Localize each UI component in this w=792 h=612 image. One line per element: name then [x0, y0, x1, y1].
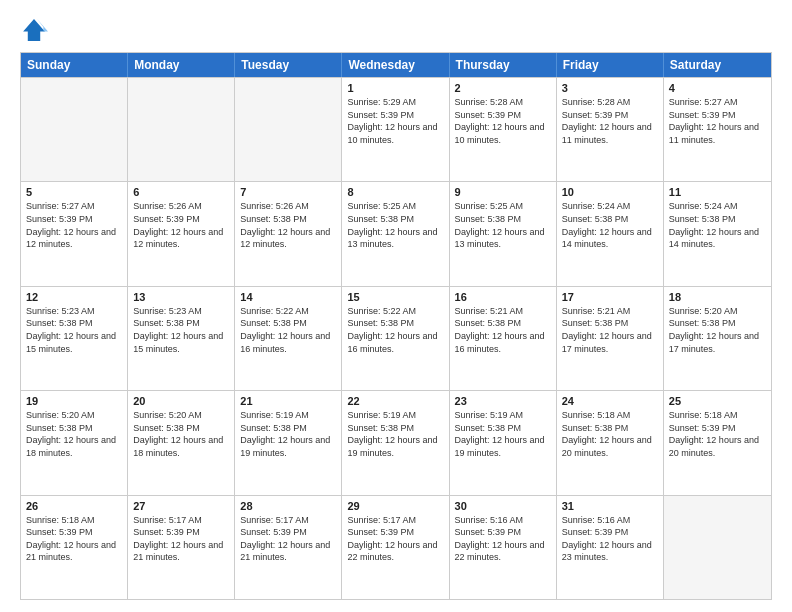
- calendar-week-4: 19Sunrise: 5:20 AM Sunset: 5:38 PM Dayli…: [21, 390, 771, 494]
- day-info: Sunrise: 5:22 AM Sunset: 5:38 PM Dayligh…: [347, 305, 443, 355]
- day-number: 26: [26, 500, 122, 512]
- calendar-cell: 2Sunrise: 5:28 AM Sunset: 5:39 PM Daylig…: [450, 78, 557, 181]
- calendar-cell: 7Sunrise: 5:26 AM Sunset: 5:38 PM Daylig…: [235, 182, 342, 285]
- day-info: Sunrise: 5:17 AM Sunset: 5:39 PM Dayligh…: [133, 514, 229, 564]
- header: [20, 16, 772, 44]
- day-number: 8: [347, 186, 443, 198]
- calendar-cell: 28Sunrise: 5:17 AM Sunset: 5:39 PM Dayli…: [235, 496, 342, 599]
- calendar-cell: 19Sunrise: 5:20 AM Sunset: 5:38 PM Dayli…: [21, 391, 128, 494]
- day-info: Sunrise: 5:16 AM Sunset: 5:39 PM Dayligh…: [455, 514, 551, 564]
- day-number: 27: [133, 500, 229, 512]
- day-number: 17: [562, 291, 658, 303]
- day-info: Sunrise: 5:18 AM Sunset: 5:39 PM Dayligh…: [669, 409, 766, 459]
- day-info: Sunrise: 5:18 AM Sunset: 5:38 PM Dayligh…: [562, 409, 658, 459]
- day-info: Sunrise: 5:26 AM Sunset: 5:38 PM Dayligh…: [240, 200, 336, 250]
- calendar-cell: 26Sunrise: 5:18 AM Sunset: 5:39 PM Dayli…: [21, 496, 128, 599]
- day-info: Sunrise: 5:16 AM Sunset: 5:39 PM Dayligh…: [562, 514, 658, 564]
- day-number: 9: [455, 186, 551, 198]
- day-info: Sunrise: 5:28 AM Sunset: 5:39 PM Dayligh…: [562, 96, 658, 146]
- day-number: 7: [240, 186, 336, 198]
- day-info: Sunrise: 5:25 AM Sunset: 5:38 PM Dayligh…: [455, 200, 551, 250]
- day-number: 1: [347, 82, 443, 94]
- calendar-cell: 24Sunrise: 5:18 AM Sunset: 5:38 PM Dayli…: [557, 391, 664, 494]
- day-number: 5: [26, 186, 122, 198]
- day-info: Sunrise: 5:27 AM Sunset: 5:39 PM Dayligh…: [26, 200, 122, 250]
- day-number: 16: [455, 291, 551, 303]
- day-info: Sunrise: 5:18 AM Sunset: 5:39 PM Dayligh…: [26, 514, 122, 564]
- calendar-cell: 6Sunrise: 5:26 AM Sunset: 5:39 PM Daylig…: [128, 182, 235, 285]
- calendar-cell: 11Sunrise: 5:24 AM Sunset: 5:38 PM Dayli…: [664, 182, 771, 285]
- calendar-body: 1Sunrise: 5:29 AM Sunset: 5:39 PM Daylig…: [21, 77, 771, 599]
- day-info: Sunrise: 5:17 AM Sunset: 5:39 PM Dayligh…: [347, 514, 443, 564]
- day-info: Sunrise: 5:20 AM Sunset: 5:38 PM Dayligh…: [133, 409, 229, 459]
- day-number: 4: [669, 82, 766, 94]
- calendar-cell: [128, 78, 235, 181]
- calendar-cell: 31Sunrise: 5:16 AM Sunset: 5:39 PM Dayli…: [557, 496, 664, 599]
- day-number: 10: [562, 186, 658, 198]
- page: SundayMondayTuesdayWednesdayThursdayFrid…: [0, 0, 792, 612]
- day-number: 23: [455, 395, 551, 407]
- day-number: 25: [669, 395, 766, 407]
- calendar-week-5: 26Sunrise: 5:18 AM Sunset: 5:39 PM Dayli…: [21, 495, 771, 599]
- calendar-cell: 3Sunrise: 5:28 AM Sunset: 5:39 PM Daylig…: [557, 78, 664, 181]
- day-number: 31: [562, 500, 658, 512]
- day-info: Sunrise: 5:29 AM Sunset: 5:39 PM Dayligh…: [347, 96, 443, 146]
- day-info: Sunrise: 5:21 AM Sunset: 5:38 PM Dayligh…: [562, 305, 658, 355]
- day-info: Sunrise: 5:28 AM Sunset: 5:39 PM Dayligh…: [455, 96, 551, 146]
- calendar-cell: 14Sunrise: 5:22 AM Sunset: 5:38 PM Dayli…: [235, 287, 342, 390]
- day-number: 11: [669, 186, 766, 198]
- day-number: 6: [133, 186, 229, 198]
- logo-icon: [20, 16, 48, 44]
- calendar-cell: 13Sunrise: 5:23 AM Sunset: 5:38 PM Dayli…: [128, 287, 235, 390]
- header-day-wednesday: Wednesday: [342, 53, 449, 77]
- day-info: Sunrise: 5:23 AM Sunset: 5:38 PM Dayligh…: [26, 305, 122, 355]
- header-day-tuesday: Tuesday: [235, 53, 342, 77]
- calendar-cell: 4Sunrise: 5:27 AM Sunset: 5:39 PM Daylig…: [664, 78, 771, 181]
- day-number: 2: [455, 82, 551, 94]
- day-number: 29: [347, 500, 443, 512]
- day-number: 3: [562, 82, 658, 94]
- calendar-cell: 10Sunrise: 5:24 AM Sunset: 5:38 PM Dayli…: [557, 182, 664, 285]
- day-info: Sunrise: 5:23 AM Sunset: 5:38 PM Dayligh…: [133, 305, 229, 355]
- day-info: Sunrise: 5:19 AM Sunset: 5:38 PM Dayligh…: [455, 409, 551, 459]
- calendar-week-1: 1Sunrise: 5:29 AM Sunset: 5:39 PM Daylig…: [21, 77, 771, 181]
- day-info: Sunrise: 5:26 AM Sunset: 5:39 PM Dayligh…: [133, 200, 229, 250]
- day-number: 13: [133, 291, 229, 303]
- calendar-cell: [664, 496, 771, 599]
- calendar-cell: 22Sunrise: 5:19 AM Sunset: 5:38 PM Dayli…: [342, 391, 449, 494]
- day-info: Sunrise: 5:17 AM Sunset: 5:39 PM Dayligh…: [240, 514, 336, 564]
- calendar-cell: 5Sunrise: 5:27 AM Sunset: 5:39 PM Daylig…: [21, 182, 128, 285]
- calendar-cell: 1Sunrise: 5:29 AM Sunset: 5:39 PM Daylig…: [342, 78, 449, 181]
- day-number: 15: [347, 291, 443, 303]
- day-info: Sunrise: 5:22 AM Sunset: 5:38 PM Dayligh…: [240, 305, 336, 355]
- calendar-cell: 17Sunrise: 5:21 AM Sunset: 5:38 PM Dayli…: [557, 287, 664, 390]
- header-day-saturday: Saturday: [664, 53, 771, 77]
- day-number: 18: [669, 291, 766, 303]
- day-number: 19: [26, 395, 122, 407]
- day-number: 21: [240, 395, 336, 407]
- calendar-week-2: 5Sunrise: 5:27 AM Sunset: 5:39 PM Daylig…: [21, 181, 771, 285]
- header-day-monday: Monday: [128, 53, 235, 77]
- day-info: Sunrise: 5:19 AM Sunset: 5:38 PM Dayligh…: [240, 409, 336, 459]
- day-number: 22: [347, 395, 443, 407]
- calendar-cell: 15Sunrise: 5:22 AM Sunset: 5:38 PM Dayli…: [342, 287, 449, 390]
- calendar-week-3: 12Sunrise: 5:23 AM Sunset: 5:38 PM Dayli…: [21, 286, 771, 390]
- calendar-cell: 20Sunrise: 5:20 AM Sunset: 5:38 PM Dayli…: [128, 391, 235, 494]
- day-info: Sunrise: 5:19 AM Sunset: 5:38 PM Dayligh…: [347, 409, 443, 459]
- day-number: 12: [26, 291, 122, 303]
- calendar-cell: [21, 78, 128, 181]
- calendar-cell: 16Sunrise: 5:21 AM Sunset: 5:38 PM Dayli…: [450, 287, 557, 390]
- day-info: Sunrise: 5:25 AM Sunset: 5:38 PM Dayligh…: [347, 200, 443, 250]
- calendar-header: SundayMondayTuesdayWednesdayThursdayFrid…: [21, 53, 771, 77]
- calendar-cell: 23Sunrise: 5:19 AM Sunset: 5:38 PM Dayli…: [450, 391, 557, 494]
- day-info: Sunrise: 5:21 AM Sunset: 5:38 PM Dayligh…: [455, 305, 551, 355]
- calendar-cell: 12Sunrise: 5:23 AM Sunset: 5:38 PM Dayli…: [21, 287, 128, 390]
- day-info: Sunrise: 5:20 AM Sunset: 5:38 PM Dayligh…: [26, 409, 122, 459]
- calendar-cell: 9Sunrise: 5:25 AM Sunset: 5:38 PM Daylig…: [450, 182, 557, 285]
- header-day-sunday: Sunday: [21, 53, 128, 77]
- calendar-cell: 30Sunrise: 5:16 AM Sunset: 5:39 PM Dayli…: [450, 496, 557, 599]
- calendar-cell: 8Sunrise: 5:25 AM Sunset: 5:38 PM Daylig…: [342, 182, 449, 285]
- day-number: 14: [240, 291, 336, 303]
- calendar-cell: 21Sunrise: 5:19 AM Sunset: 5:38 PM Dayli…: [235, 391, 342, 494]
- day-info: Sunrise: 5:24 AM Sunset: 5:38 PM Dayligh…: [562, 200, 658, 250]
